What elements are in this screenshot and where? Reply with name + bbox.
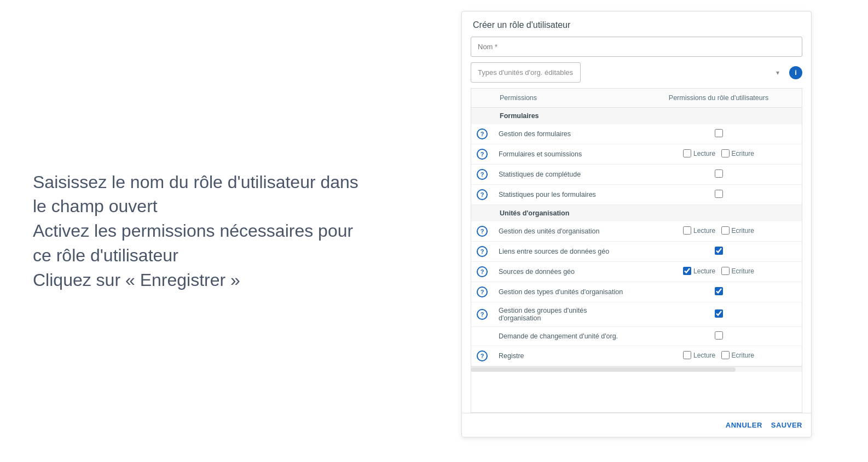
help-icon-cell: ? xyxy=(471,346,493,366)
help-icon[interactable]: ? xyxy=(477,169,488,180)
write-checkbox-wrap: Ecriture xyxy=(721,351,754,359)
role-name-input[interactable] xyxy=(471,37,802,57)
write-checkbox[interactable] xyxy=(721,351,730,359)
read-label: Lecture xyxy=(693,150,715,157)
permission-label: Gestion des types d'unités d'organisatio… xyxy=(493,282,635,302)
cancel-button[interactable]: ANNULER xyxy=(726,421,762,429)
permissions-table: Permissions Permissions du rôle d'utilis… xyxy=(471,89,802,366)
permission-checkbox-cell xyxy=(635,185,802,205)
dialog-body: Types d'unités d'org. éditables i Permis… xyxy=(462,37,811,413)
group-name: Unités d'organisation xyxy=(493,205,802,222)
group-icon-cell xyxy=(471,205,493,222)
help-icon-cell: ? xyxy=(471,242,493,262)
read-label: Lecture xyxy=(693,267,715,275)
read-checkbox[interactable] xyxy=(683,267,691,275)
write-label: Ecriture xyxy=(732,227,754,235)
read-checkbox[interactable] xyxy=(683,149,691,157)
write-checkbox[interactable] xyxy=(721,226,730,235)
help-icon[interactable]: ? xyxy=(477,350,488,361)
read-label: Lecture xyxy=(693,227,715,235)
instruction-text: Saisissez le nom du rôle d'utilisateur d… xyxy=(33,170,383,293)
permission-checkbox-cell xyxy=(635,242,802,262)
help-icon[interactable]: ? xyxy=(477,149,488,160)
permissions-table-wrapper: Permissions Permissions du rôle d'utilis… xyxy=(471,88,802,413)
save-button[interactable]: SAUVER xyxy=(771,421,802,429)
group-name: Formulaires xyxy=(493,108,802,125)
help-icon[interactable]: ? xyxy=(477,286,488,297)
table-row: Demande de changement d'unité d'org. xyxy=(471,327,802,346)
help-icon-cell: ? xyxy=(471,282,493,302)
permission-checkbox-cell: Lecture Ecriture xyxy=(635,346,802,366)
read-checkbox-wrap: Lecture xyxy=(683,226,715,235)
help-icon-cell: ? xyxy=(471,124,493,144)
permission-checkbox[interactable] xyxy=(715,190,723,198)
permission-label: Gestion des groupes d'unités d'organisat… xyxy=(493,302,635,327)
org-types-select-wrapper: Types d'unités d'org. éditables xyxy=(471,62,785,83)
write-label: Ecriture xyxy=(732,267,754,275)
read-checkbox-wrap: Lecture xyxy=(683,149,715,157)
table-row: ?Liens entre sources de données géo xyxy=(471,242,802,262)
table-row: ?Gestion des types d'unités d'organisati… xyxy=(471,282,802,302)
col-permissions: Permissions xyxy=(493,89,635,108)
permission-checkbox[interactable] xyxy=(715,287,723,295)
help-icon[interactable]: ? xyxy=(477,226,488,237)
org-types-select[interactable]: Types d'unités d'org. éditables xyxy=(471,62,581,83)
permission-checkbox[interactable] xyxy=(715,169,723,178)
permission-checkbox-cell xyxy=(635,124,802,144)
permission-label: Registre xyxy=(493,346,635,366)
permission-checkbox[interactable] xyxy=(715,129,723,137)
permission-label: Sources de données géo xyxy=(493,262,635,282)
read-checkbox[interactable] xyxy=(683,226,691,235)
help-icon-cell: ? xyxy=(471,144,493,165)
org-types-info-icon[interactable]: i xyxy=(789,66,802,79)
permission-checkbox-cell: Lecture Ecriture xyxy=(635,262,802,282)
table-row: ?Statistiques pour les formulaires xyxy=(471,185,802,205)
read-label: Lecture xyxy=(693,352,715,359)
table-row: ?Statistiques de complétude xyxy=(471,165,802,185)
write-label: Ecriture xyxy=(732,352,754,359)
permission-checkbox-cell xyxy=(635,165,802,185)
table-row: ?Gestion des formulaires xyxy=(471,124,802,144)
org-types-row: Types d'unités d'org. éditables i xyxy=(471,62,802,83)
dialog-footer: ANNULER SAUVER xyxy=(462,413,811,437)
help-icon[interactable]: ? xyxy=(477,266,488,277)
help-icon[interactable]: ? xyxy=(477,246,488,257)
help-icon-cell: ? xyxy=(471,302,493,327)
group-header-row: Formulaires xyxy=(471,108,802,125)
table-row: ?Gestion des unités d'organisation Lectu… xyxy=(471,221,802,242)
permission-label: Formulaires et soumissions xyxy=(493,144,635,165)
help-icon[interactable]: ? xyxy=(477,128,488,139)
help-icon-cell: ? xyxy=(471,221,493,242)
permission-checkbox-cell: Lecture Ecriture xyxy=(635,221,802,242)
permission-label: Statistiques de complétude xyxy=(493,165,635,185)
help-icon-cell xyxy=(471,327,493,346)
create-role-dialog: Créer un rôle d'utilisateur Types d'unit… xyxy=(461,11,812,437)
help-icon[interactable]: ? xyxy=(477,189,488,200)
write-checkbox-wrap: Ecriture xyxy=(721,149,754,157)
permission-checkbox-cell xyxy=(635,282,802,302)
horizontal-scrollbar[interactable] xyxy=(471,366,802,372)
permission-checkbox-cell xyxy=(635,327,802,346)
help-icon-cell: ? xyxy=(471,165,493,185)
help-icon[interactable]: ? xyxy=(477,309,488,320)
write-checkbox[interactable] xyxy=(721,267,730,275)
table-row: ?Sources de données géo Lecture Ecriture xyxy=(471,262,802,282)
write-checkbox[interactable] xyxy=(721,149,730,157)
group-icon-cell xyxy=(471,108,493,125)
table-row: ?Gestion des groupes d'unités d'organisa… xyxy=(471,302,802,327)
group-header-row: Unités d'organisation xyxy=(471,205,802,222)
write-checkbox-wrap: Ecriture xyxy=(721,226,754,235)
col-role-permissions: Permissions du rôle d'utilisateurs xyxy=(635,89,802,108)
permission-checkbox[interactable] xyxy=(715,247,723,255)
table-row: ?Formulaires et soumissions Lecture Ecri… xyxy=(471,144,802,165)
h-scroll-thumb xyxy=(471,367,736,372)
table-row: ?Registre Lecture Ecriture xyxy=(471,346,802,366)
read-checkbox[interactable] xyxy=(683,351,691,359)
left-panel: Saisissez le nom du rôle d'utilisateur d… xyxy=(0,0,416,462)
permission-label: Gestion des formulaires xyxy=(493,124,635,144)
permission-checkbox[interactable] xyxy=(715,331,723,340)
permission-label: Liens entre sources de données géo xyxy=(493,242,635,262)
permission-checkbox[interactable] xyxy=(715,309,723,318)
write-checkbox-wrap: Ecriture xyxy=(721,267,754,275)
help-icon-cell: ? xyxy=(471,262,493,282)
